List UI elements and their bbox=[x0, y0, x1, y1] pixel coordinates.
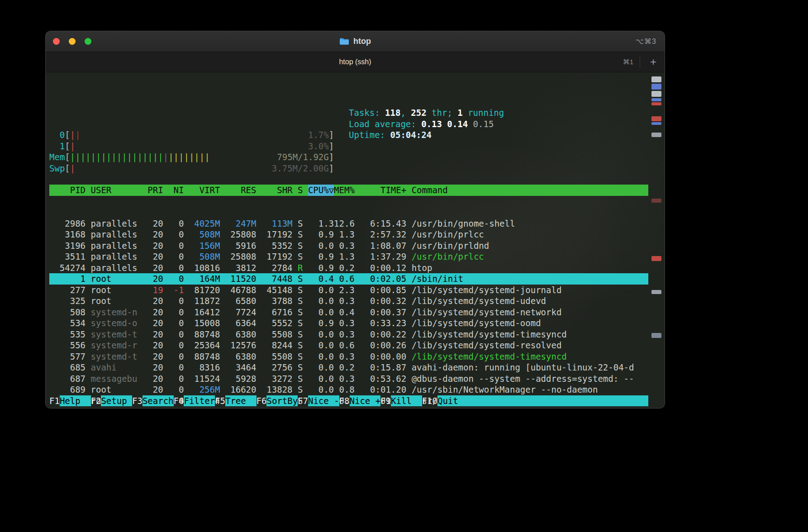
cell-cmd: /lib/systemd/systemd-oomd bbox=[412, 318, 648, 329]
process-row-508[interactable]: 508systemd-n2001641277246716S0.00.40:00.… bbox=[49, 307, 648, 318]
process-row-556[interactable]: 556systemd-r20025364125768244S0.00.60:00… bbox=[49, 340, 648, 351]
fkey-f2[interactable]: F2 bbox=[91, 395, 101, 407]
cell-user: avahi bbox=[91, 362, 143, 373]
process-row-689[interactable]: 689root200256M1662013828S0.00.80:01.20/u… bbox=[49, 384, 648, 395]
process-row-698[interactable]: 698root200420241976010340S0.01.00:00.15/… bbox=[49, 406, 648, 408]
scrollbar-rail[interactable] bbox=[648, 72, 665, 408]
fkey-label-f10[interactable]: Quit bbox=[437, 395, 648, 407]
meter-bar-segment: | bbox=[75, 129, 80, 141]
cell-cmd: htop bbox=[412, 262, 648, 274]
cell-pri: 20 bbox=[147, 406, 163, 408]
cell-time: 0:15.87 bbox=[360, 362, 406, 373]
cell-pri: 20 bbox=[147, 273, 163, 285]
cell-ni: 0 bbox=[168, 307, 184, 318]
scrollbar-mark bbox=[651, 76, 661, 82]
cell-res: 16620 bbox=[225, 384, 257, 395]
cell-ni: 0 bbox=[168, 273, 184, 285]
fkey-f3[interactable]: F3 bbox=[132, 395, 143, 407]
process-row-3511[interactable]: 3511parallels200508M2580817192S0.91.31:3… bbox=[49, 251, 648, 262]
cell-mem: 1.3 bbox=[334, 251, 355, 262]
fkey-label-f3[interactable]: Search bbox=[143, 395, 174, 407]
cell-virt: 11872 bbox=[189, 295, 220, 307]
cell-cpu: 0.9 bbox=[308, 229, 334, 240]
fkey-label-f4[interactable]: Filter bbox=[184, 395, 215, 407]
process-row-687[interactable]: 687messagebu2001152459283272S0.00.30:53.… bbox=[49, 373, 648, 385]
close-window-button[interactable] bbox=[53, 38, 60, 45]
cell-res: 25808 bbox=[225, 229, 257, 240]
cell-virt: 16412 bbox=[189, 307, 220, 318]
fkey-f7[interactable]: F7 bbox=[298, 395, 308, 407]
process-table-body: 2986parallels2004025M247M113MS1.312.66:1… bbox=[49, 218, 648, 409]
fkey-f10[interactable]: F10 bbox=[422, 395, 437, 407]
cell-res: 6580 bbox=[225, 295, 257, 307]
cell-virt: 508M bbox=[189, 251, 220, 262]
cell-pri: 20 bbox=[147, 251, 163, 262]
cell-mem: 1.0 bbox=[334, 406, 355, 408]
cell-mem: 1.3 bbox=[334, 229, 355, 240]
cell-cmd: /lib/systemd/systemd-resolved bbox=[412, 340, 648, 351]
fkey-label-f2[interactable]: Setup bbox=[101, 395, 132, 407]
fkey-f9[interactable]: F9 bbox=[380, 395, 391, 407]
fkey-f8[interactable]: F8 bbox=[339, 395, 350, 407]
cell-time: 0:02.05 bbox=[360, 273, 406, 285]
new-tab-button[interactable]: + bbox=[646, 57, 660, 66]
cell-cmd: /usr/bin/python3 /usr/bin/networkd-dispa… bbox=[412, 406, 648, 408]
cell-cmd: /lib/systemd/systemd-networkd bbox=[412, 307, 648, 318]
cell-user: root bbox=[91, 406, 143, 408]
cell-shr: 113M bbox=[261, 218, 293, 229]
process-row-54274[interactable]: 54274parallels2001081638122784R0.90.20:0… bbox=[49, 262, 648, 274]
cell-ni: 0 bbox=[168, 362, 184, 373]
meter-value: 3.0% bbox=[308, 141, 329, 152]
process-row-534[interactable]: 534systemd-o2001500863645552S0.90.30:33.… bbox=[49, 318, 648, 329]
fkey-label-f8[interactable]: Nice + bbox=[350, 395, 381, 407]
cell-s: S bbox=[298, 329, 303, 340]
minimize-window-button[interactable] bbox=[69, 38, 76, 45]
fkey-label-f1[interactable]: Help bbox=[60, 395, 91, 407]
cell-cmd: avahi-daemon: running [ubuntu-linux-22-0… bbox=[412, 362, 648, 373]
meter-mem: Mem[|||||||||||||||||||||||||||795M/1.92… bbox=[49, 152, 648, 163]
process-row-325[interactable]: 325root2001187265803788S0.00.30:00.32/li… bbox=[49, 295, 648, 307]
meter-bar: |3.0% bbox=[70, 141, 329, 152]
process-row-535[interactable]: 535systemd-t2008874863805508S0.00.30:00.… bbox=[49, 329, 648, 340]
scrollbar-mark bbox=[651, 84, 661, 90]
meter-close-bracket: ] bbox=[329, 163, 334, 174]
fkey-label-f7[interactable]: Nice - bbox=[308, 395, 339, 407]
meter-close-bracket: ] bbox=[329, 152, 334, 163]
cell-user: messagebu bbox=[91, 373, 143, 385]
process-row-2986[interactable]: 2986parallels2004025M247M113MS1.312.66:1… bbox=[49, 218, 648, 229]
stat-segment: 1 bbox=[457, 108, 462, 118]
fkey-f5[interactable]: F5 bbox=[215, 395, 225, 407]
process-row-277[interactable]: 277root19-1817204678845148S0.02.30:00.85… bbox=[49, 285, 648, 296]
process-row-3196[interactable]: 3196parallels200156M59165352S0.00.31:08.… bbox=[49, 240, 648, 252]
fkey-label-f6[interactable]: SortBy bbox=[266, 395, 298, 407]
fkey-label-f5[interactable]: Tree bbox=[225, 395, 257, 407]
cell-cpu: 0.0 bbox=[308, 240, 334, 252]
meter-bar-segment: | bbox=[70, 141, 75, 152]
cell-cmd: /usr/bin/prlcc bbox=[412, 229, 648, 240]
cell-user: parallels bbox=[91, 240, 143, 252]
meter-label: 1 bbox=[49, 141, 65, 152]
cell-cmd: /usr/bin/prlcc bbox=[412, 251, 648, 262]
meter-cpu1: 1[|3.0%] bbox=[49, 141, 648, 152]
process-row-577[interactable]: 577systemd-t2008874863805508S0.00.30:00.… bbox=[49, 351, 648, 362]
fkey-f4[interactable]: F4 bbox=[174, 395, 184, 407]
process-row-685[interactable]: 685avahi200831634642756S0.00.20:15.87ava… bbox=[49, 362, 648, 373]
process-row-1[interactable]: 1root200164M115207448S0.40.60:02.05/sbin… bbox=[49, 273, 648, 285]
cell-ni: 0 bbox=[168, 229, 184, 240]
process-row-3168[interactable]: 3168parallels200508M2580817192S0.91.32:5… bbox=[49, 229, 648, 240]
tab-title[interactable]: htop (ssh) bbox=[46, 58, 665, 66]
cell-ni: 0 bbox=[168, 240, 184, 252]
cell-cpu: 0.4 bbox=[308, 273, 334, 285]
cell-s: S bbox=[298, 285, 303, 296]
zoom-window-button[interactable] bbox=[85, 38, 91, 45]
fkey-f6[interactable]: F6 bbox=[257, 395, 267, 407]
cell-cpu: 1.3 bbox=[308, 218, 334, 229]
cell-virt: 508M bbox=[189, 229, 220, 240]
cell-pid: 325 bbox=[49, 295, 86, 307]
fkey-label-f9[interactable]: Kill bbox=[391, 395, 422, 407]
cell-virt: 8316 bbox=[189, 362, 220, 373]
cell-virt: 81720 bbox=[189, 285, 220, 296]
fkey-f1[interactable]: F1 bbox=[49, 395, 60, 407]
cell-time: 0:00.12 bbox=[360, 262, 406, 274]
cell-pid: 689 bbox=[49, 384, 86, 395]
